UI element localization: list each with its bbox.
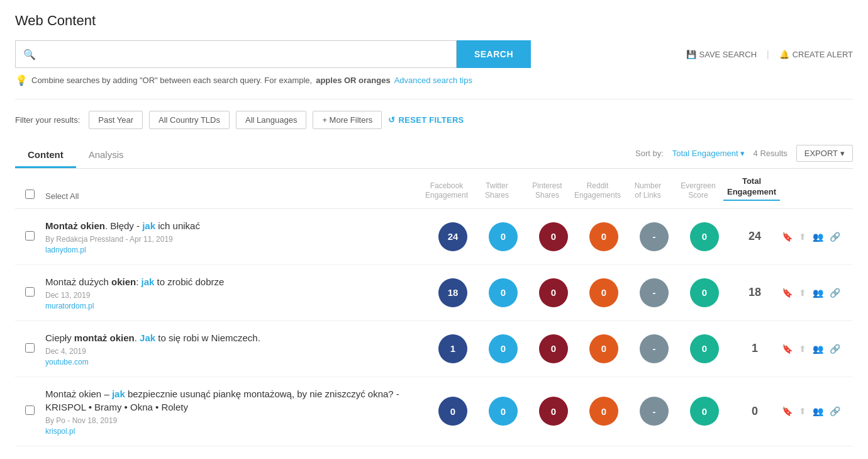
sort-select[interactable]: Total Engagement ▾ xyxy=(672,149,745,158)
row3-reddit: 0 xyxy=(579,334,629,363)
row2-total: 18 xyxy=(730,286,780,299)
filter-past-year[interactable]: Past Year xyxy=(89,111,143,129)
header-twitter: TwitterShares xyxy=(472,181,522,201)
save-search-button[interactable]: 💾 SAVE SEARCH xyxy=(686,50,757,59)
row2-url[interactable]: muratordom.pl xyxy=(45,302,428,310)
row4-actions: 🔖 ⬆ 👥 🔗 xyxy=(780,406,843,416)
row4-metrics: 0 0 0 0 - 0 0 xyxy=(428,397,780,426)
authors-icon[interactable]: 👥 xyxy=(813,406,823,416)
row4-checkbox-col xyxy=(25,405,45,417)
row3-meta: Dec 4, 2019 xyxy=(45,347,428,356)
share-icon[interactable]: ⬆ xyxy=(799,406,806,416)
row1-reddit: 0 xyxy=(579,222,629,251)
row2-facebook: 18 xyxy=(428,278,478,307)
bulb-icon: 💡 xyxy=(15,74,28,86)
tabs-right: Sort by: Total Engagement ▾ 4 Results EX… xyxy=(635,145,853,167)
table-row: Montaż okien. Błędy - jak ich unikać By … xyxy=(15,209,853,265)
row2-evergreen: 0 xyxy=(679,278,730,307)
row4-reddit: 0 xyxy=(579,397,629,426)
authors-icon[interactable]: 👥 xyxy=(813,232,823,242)
authors-icon[interactable]: 👥 xyxy=(813,288,823,298)
row2-links: - xyxy=(629,278,679,307)
row1-pinterest: 0 xyxy=(528,222,579,251)
header-facebook: FacebookEngagement xyxy=(421,181,472,201)
filter-row: Filter your results: Past Year All Count… xyxy=(15,111,853,129)
row2-info: Montaż dużych okien: jak to zrobić dobrz… xyxy=(45,275,428,310)
row2-meta: Dec 13, 2019 xyxy=(45,291,428,300)
select-all-checkbox[interactable] xyxy=(25,190,35,199)
bookmark-icon[interactable]: 🔖 xyxy=(782,344,793,354)
row3-total: 1 xyxy=(730,342,780,355)
bookmark-icon[interactable]: 🔖 xyxy=(782,232,793,242)
more-filters-button[interactable]: + More Filters xyxy=(313,111,382,129)
sort-value: Total Engagement xyxy=(672,149,738,158)
table-row: Montaż okien – jak bezpiecznie usunąć pi… xyxy=(15,377,853,446)
row3-url[interactable]: youtube.com xyxy=(45,358,428,366)
row1-total: 24 xyxy=(730,230,780,243)
row1-checkbox-col xyxy=(25,231,45,242)
search-bar-row: 🔍 jak montaż okien SEARCH 💾 SAVE SEARCH … xyxy=(15,40,853,68)
export-button[interactable]: EXPORT ▾ xyxy=(796,145,853,162)
row4-twitter: 0 xyxy=(478,397,528,426)
row4-pinterest: 0 xyxy=(528,397,579,426)
save-icon: 💾 xyxy=(686,50,696,59)
row2-pinterest: 0 xyxy=(528,278,579,307)
tabs-row: Content Analysis Sort by: Total Engageme… xyxy=(15,143,853,169)
row4-evergreen: 0 xyxy=(679,397,730,426)
header-metrics: FacebookEngagement TwitterShares Pintere… xyxy=(421,176,780,201)
header-links: Numberof Links xyxy=(623,181,673,201)
row2-checkbox-col xyxy=(25,287,45,298)
row1-links: - xyxy=(629,222,679,251)
header-pinterest: PinterestShares xyxy=(522,181,572,201)
row3-title: Ciepły montaż okien. Jak to się robi w N… xyxy=(45,331,428,344)
search-right: 💾 SAVE SEARCH | 🔔 CREATE ALERT xyxy=(686,49,853,59)
search-button[interactable]: SEARCH xyxy=(457,40,531,68)
row3-metrics: 1 0 0 0 - 0 1 xyxy=(428,334,780,363)
link-icon[interactable]: 🔗 xyxy=(830,406,840,416)
divider-line xyxy=(15,99,853,99)
row2-reddit: 0 xyxy=(579,278,629,307)
tab-content[interactable]: Content xyxy=(15,143,76,168)
row4-url[interactable]: krispol.pl xyxy=(45,427,428,436)
reset-filters-button[interactable]: ↺ RESET FILTERS xyxy=(388,115,464,125)
hint-example: apples OR oranges xyxy=(316,76,390,85)
alert-icon: 🔔 xyxy=(779,50,789,59)
chevron-down-icon: ▾ xyxy=(740,149,745,158)
link-icon[interactable]: 🔗 xyxy=(830,344,840,354)
row4-total: 0 xyxy=(730,405,780,418)
row1-url[interactable]: ladnydom.pl xyxy=(45,246,428,254)
row4-links: - xyxy=(629,397,679,426)
filter-country-tlds[interactable]: All Country TLDs xyxy=(149,111,230,129)
table-header: Select All FacebookEngagement TwitterSha… xyxy=(15,169,853,209)
header-reddit: RedditEngagements xyxy=(572,181,623,201)
page-title: Web Content xyxy=(15,13,853,29)
row1-info: Montaż okien. Błędy - jak ich unikać By … xyxy=(45,219,428,254)
link-icon[interactable]: 🔗 xyxy=(830,288,840,298)
tab-analysis[interactable]: Analysis xyxy=(76,143,136,168)
filter-languages[interactable]: All Languages xyxy=(236,111,306,129)
select-all-label: Select All xyxy=(45,191,79,201)
row4-checkbox[interactable] xyxy=(25,405,35,415)
table-row: Montaż dużych okien: jak to zrobić dobrz… xyxy=(15,265,853,321)
share-icon[interactable]: ⬆ xyxy=(799,232,806,242)
create-alert-button[interactable]: 🔔 CREATE ALERT xyxy=(779,50,853,59)
row3-checkbox[interactable] xyxy=(25,343,35,353)
row4-title: Montaż okien – jak bezpiecznie usunąć pi… xyxy=(45,387,428,414)
row2-checkbox[interactable] xyxy=(25,287,35,297)
authors-icon[interactable]: 👥 xyxy=(813,344,823,354)
row1-checkbox[interactable] xyxy=(25,231,35,241)
divider: | xyxy=(767,49,769,59)
link-icon[interactable]: 🔗 xyxy=(830,232,840,242)
search-input[interactable]: jak montaż okien xyxy=(42,49,448,60)
bookmark-icon[interactable]: 🔖 xyxy=(782,288,793,298)
row3-links: - xyxy=(629,334,679,363)
row1-twitter: 0 xyxy=(478,222,528,251)
row3-twitter: 0 xyxy=(478,334,528,363)
share-icon[interactable]: ⬆ xyxy=(799,288,806,298)
row3-info: Ciepły montaż okien. Jak to się robi w N… xyxy=(45,331,428,366)
reset-icon: ↺ xyxy=(388,115,395,125)
row1-actions: 🔖 ⬆ 👥 🔗 xyxy=(780,232,843,242)
advanced-search-link[interactable]: Advanced search tips xyxy=(394,76,472,85)
share-icon[interactable]: ⬆ xyxy=(799,344,806,354)
bookmark-icon[interactable]: 🔖 xyxy=(782,406,793,416)
